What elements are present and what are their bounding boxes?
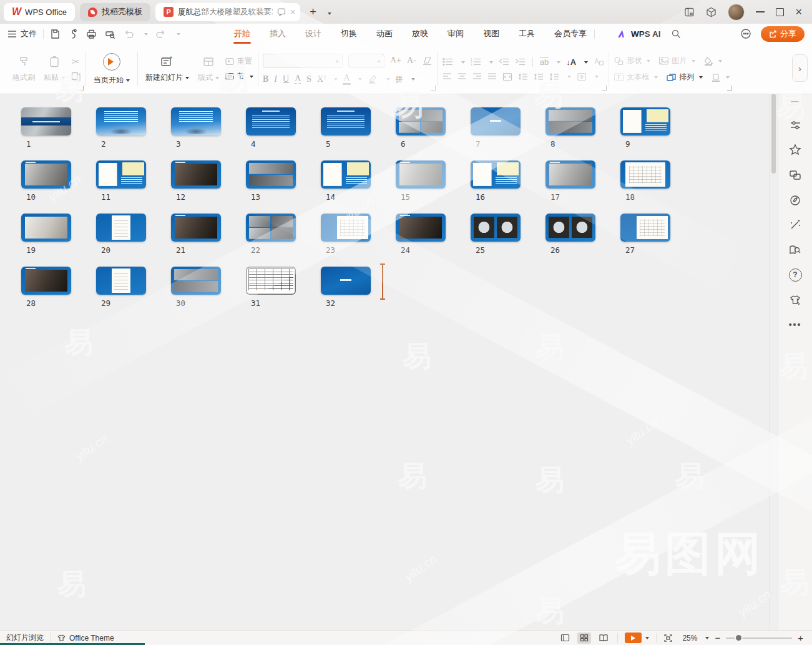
tab-docer[interactable]: 找稻壳模板 <box>80 3 150 21</box>
format-painter-button[interactable]: 格式刷 <box>9 56 38 83</box>
slide-item[interactable]: 24 <box>396 214 471 267</box>
menu-tab[interactable]: 工具 <box>517 24 536 44</box>
menu-tab[interactable]: 切换 <box>340 24 358 44</box>
slide-thumbnail[interactable] <box>321 160 371 189</box>
reading-view-button[interactable] <box>597 633 610 644</box>
favorites-star-icon[interactable] <box>783 137 808 162</box>
menu-tab[interactable]: 设计 <box>304 24 323 44</box>
clipboard-dialog-launcher[interactable] <box>79 86 84 91</box>
slide-item[interactable]: 18 <box>620 160 695 214</box>
menu-tab[interactable]: 视图 <box>482 24 501 44</box>
slide-thumbnail[interactable] <box>21 214 71 242</box>
split-view-icon[interactable] <box>684 7 695 17</box>
zoom-level[interactable]: 25% <box>678 634 697 643</box>
slide-thumbnail[interactable] <box>545 160 595 189</box>
decrease-font-icon[interactable]: A- <box>407 56 416 65</box>
slide-item[interactable]: 32 <box>321 267 396 320</box>
menu-icon[interactable] <box>7 30 17 38</box>
slide-thumbnail[interactable] <box>620 214 670 242</box>
wps-ai-button[interactable]: WPS AI <box>617 29 661 39</box>
slideshow-play-button[interactable] <box>625 633 642 643</box>
tab-document[interactable]: P 厦航总部大楼雕塑及软装要求 × <box>155 3 300 21</box>
slide-thumbnail[interactable] <box>321 267 371 295</box>
row-spacing-down-icon[interactable] <box>534 72 544 81</box>
character-shading-icon[interactable]: A <box>295 74 301 84</box>
slide-item[interactable]: 26 <box>545 214 620 267</box>
slide-sorter-view-button[interactable] <box>577 633 591 644</box>
play-from-current-button[interactable]: 当页开始 <box>90 53 133 86</box>
distribute-text-icon[interactable] <box>502 72 512 81</box>
slide-item[interactable]: 2 <box>96 107 171 160</box>
help-icon[interactable]: ? <box>783 262 808 287</box>
slide-thumbnail[interactable] <box>321 107 371 135</box>
save-icon[interactable] <box>50 29 61 39</box>
export-pdf-icon[interactable] <box>69 29 78 39</box>
slideshow-options-chevron[interactable] <box>645 637 649 641</box>
pinyin-guide-icon[interactable]: 拼 <box>396 76 403 83</box>
more-tools-icon[interactable]: ••• <box>783 312 808 337</box>
zoom-slider[interactable] <box>726 638 792 639</box>
new-slide-button[interactable]: 新建幻灯片 <box>142 56 192 83</box>
fit-to-window-icon[interactable] <box>663 634 673 643</box>
highlight-icon[interactable] <box>368 74 378 84</box>
slide-item[interactable]: 10 <box>21 160 96 214</box>
slide-sorter-canvas[interactable]: 1 2 3 4 <box>0 91 769 631</box>
numbered-list-icon[interactable]: 123 <box>471 57 481 66</box>
zoom-chevron[interactable] <box>705 637 709 641</box>
slide-item[interactable]: 20 <box>96 214 171 267</box>
slide-item[interactable]: 21 <box>171 214 246 267</box>
zoom-slider-thumb[interactable] <box>736 635 741 641</box>
char-spacing-icon[interactable] <box>594 57 604 67</box>
new-tab-button[interactable]: + <box>305 6 321 17</box>
slide-item[interactable]: 28 <box>21 267 96 320</box>
slide-thumbnail[interactable] <box>21 107 71 135</box>
scrollbar-thumb[interactable] <box>771 94 776 174</box>
justify-icon[interactable] <box>487 72 497 81</box>
slide-item[interactable]: 1 <box>21 107 96 160</box>
font-dialog-launcher[interactable] <box>431 86 436 91</box>
slide-thumbnail[interactable] <box>96 160 146 189</box>
print-icon[interactable] <box>86 29 97 39</box>
italic-icon[interactable]: I <box>274 75 277 84</box>
menu-tab[interactable]: 放映 <box>411 24 429 44</box>
properties-icon[interactable] <box>783 112 808 137</box>
maximize-button[interactable] <box>776 8 784 16</box>
menu-tab[interactable]: 动画 <box>375 24 394 44</box>
vertical-text-icon[interactable]: ↓A <box>566 57 576 67</box>
row-spacing-up-icon[interactable] <box>518 72 528 81</box>
share-button[interactable]: 分享 <box>761 26 805 42</box>
slide-item[interactable]: 23 <box>321 214 396 267</box>
slide-item[interactable]: 12 <box>171 160 246 214</box>
slide-item[interactable]: 16 <box>471 160 545 214</box>
collapse-panel-handle[interactable] <box>791 101 800 102</box>
ribbon-expand-button[interactable]: › <box>792 54 808 82</box>
slide-item[interactable]: 5 <box>321 107 396 160</box>
slide-thumbnail[interactable] <box>246 160 296 189</box>
slide-thumbnail[interactable] <box>171 160 221 189</box>
line-spacing-icon[interactable] <box>549 72 559 81</box>
slide-item[interactable]: 15 <box>396 160 471 214</box>
strikethrough-icon[interactable]: S <box>306 75 311 84</box>
slide-item[interactable]: 6 <box>396 107 471 160</box>
textbox-button[interactable]: 文本框 <box>614 72 658 82</box>
shapes-button[interactable]: 形状 <box>614 56 650 66</box>
apps-cube-icon[interactable] <box>706 7 717 17</box>
comment-icon[interactable] <box>277 7 286 16</box>
slide-thumbnail[interactable] <box>620 160 670 189</box>
align-center-icon[interactable] <box>457 72 467 81</box>
tab-wps-home[interactable]: W WPS Office <box>4 3 75 21</box>
redo-icon[interactable] <box>156 29 166 39</box>
increase-indent-icon[interactable] <box>515 57 526 66</box>
tab-list-chevron[interactable] <box>321 6 336 17</box>
slide-thumbnail[interactable] <box>171 214 221 242</box>
slide-thumbnail[interactable] <box>96 107 146 135</box>
slide-item[interactable]: 29 <box>96 267 171 320</box>
slide-thumbnail[interactable] <box>246 267 296 295</box>
slide-item[interactable]: 13 <box>246 160 321 214</box>
outline-color-button[interactable] <box>711 72 730 82</box>
shapes-pane-icon[interactable] <box>783 162 808 187</box>
text-direction-icon[interactable]: ab <box>540 57 549 67</box>
slide-item[interactable]: 19 <box>21 214 96 267</box>
file-menu[interactable]: 文件 <box>21 28 37 39</box>
slide-thumbnail[interactable] <box>545 107 595 135</box>
